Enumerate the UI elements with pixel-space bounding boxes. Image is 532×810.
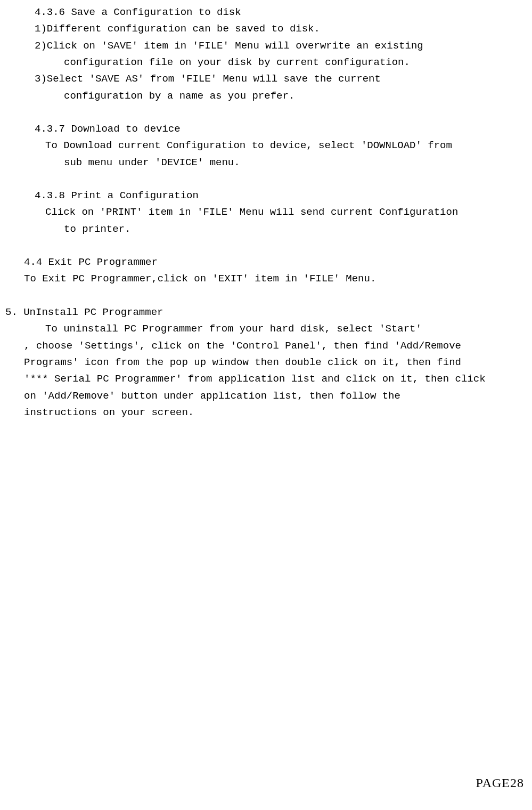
section-436-line3b: configuration by a name as you prefer. xyxy=(3,88,532,104)
blank-line xyxy=(3,104,532,121)
section-5-line3: Programs' icon from the pop up window th… xyxy=(3,354,532,371)
section-436-line1: 1)Different configuration can be saved t… xyxy=(3,21,532,37)
section-5-line6: instructions on your screen. xyxy=(3,404,532,421)
section-438-heading: 4.3.8 Print a Configuration xyxy=(3,188,532,204)
section-436-line2: 2)Click on 'SAVE' item in 'FILE' Menu wi… xyxy=(3,38,532,54)
section-44-heading: 4.4 Exit PC Programmer xyxy=(3,254,532,271)
section-437-heading: 4.3.7 Download to device xyxy=(3,121,532,137)
section-437-line1b: sub menu under 'DEVICE' menu. xyxy=(3,155,532,171)
blank-line xyxy=(3,238,532,254)
blank-line xyxy=(3,171,532,188)
section-5-heading: 5. UnInstall PC Programmer xyxy=(3,304,532,321)
document-content: 4.3.6 Save a Configuration to disk 1)Dif… xyxy=(0,4,532,421)
blank-line xyxy=(3,288,532,304)
section-5-line4: '*** Serial PC Programmer' from applicat… xyxy=(3,371,532,387)
section-5-line2: , choose 'Settings', click on the 'Contr… xyxy=(3,338,532,354)
section-44-line1: To Exit PC Programmer,click on 'EXIT' it… xyxy=(3,271,532,287)
page-number: PAGE28 xyxy=(476,773,524,794)
section-437-line1: To Download current Configuration to dev… xyxy=(3,137,532,154)
section-436-line2b: configuration file on your disk by curre… xyxy=(3,54,532,71)
section-436-heading: 4.3.6 Save a Configuration to disk xyxy=(3,4,532,21)
section-438-line1: Click on 'PRINT' item in 'FILE' Menu wil… xyxy=(3,204,532,221)
section-438-line1b: to printer. xyxy=(3,221,532,238)
section-5-line1: To uninstall PC Programmer from your har… xyxy=(3,321,532,337)
section-436-line3: 3)Select 'SAVE AS' from 'FILE' Menu will… xyxy=(3,71,532,87)
section-5-line5: on 'Add/Remove' button under application… xyxy=(3,388,532,404)
